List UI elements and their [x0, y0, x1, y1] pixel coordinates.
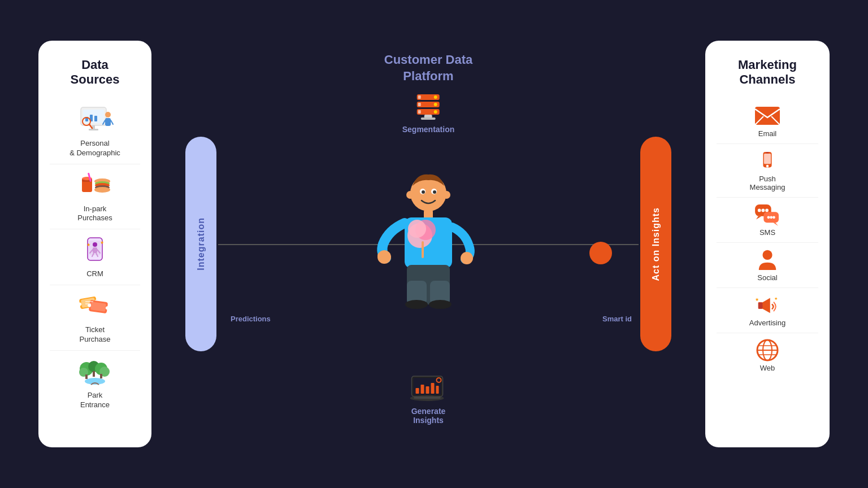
advertising-label: Advertising: [749, 319, 785, 327]
channel-advertising: ★ ★ Advertising: [717, 288, 818, 333]
svg-point-56: [434, 103, 437, 106]
push-icon: [753, 150, 782, 172]
svg-point-109: [762, 250, 772, 260]
cdp-title: Customer DataPlatform: [384, 52, 472, 84]
svg-point-87: [408, 220, 426, 238]
svg-rect-98: [764, 154, 771, 164]
svg-point-24: [93, 242, 97, 247]
svg-point-99: [766, 165, 769, 168]
purchases-icon: [75, 170, 115, 201]
svg-point-70: [437, 378, 441, 382]
svg-rect-64: [416, 388, 419, 394]
main-container: DataSources: [38, 24, 830, 464]
svg-rect-110: [758, 302, 763, 308]
predictions-label: Predictions: [231, 315, 271, 323]
svg-point-74: [406, 191, 414, 199]
park-icon: [75, 356, 115, 387]
svg-point-21: [94, 187, 110, 193]
svg-point-92: [405, 300, 428, 309]
smartid-label: Smart id: [602, 315, 632, 323]
svg-point-7: [105, 112, 111, 117]
data-item-ticket: TicketPurchase: [50, 285, 140, 351]
web-label: Web: [760, 364, 775, 372]
svg-rect-61: [421, 117, 436, 120]
channel-sms: SMS: [717, 198, 818, 243]
svg-point-107: [770, 216, 772, 219]
orange-blob: [589, 242, 612, 264]
center-area: Customer DataPlatform Integration Act on…: [151, 41, 705, 447]
web-icon: [753, 339, 782, 361]
svg-rect-66: [426, 386, 429, 394]
data-sources-title: DataSources: [71, 58, 120, 88]
svg-text:★: ★: [100, 240, 104, 245]
svg-rect-47: [85, 374, 88, 379]
generate-insights-section: GenerateInsights: [407, 373, 450, 425]
svg-point-93: [429, 300, 452, 309]
svg-point-108: [772, 216, 775, 219]
email-icon: [753, 104, 782, 127]
svg-rect-49: [100, 374, 102, 378]
svg-point-103: [762, 208, 765, 212]
sms-icon: [753, 203, 782, 226]
svg-rect-6: [89, 129, 98, 130]
ticket-label: TicketPurchase: [80, 325, 111, 345]
svg-rect-67: [431, 383, 435, 394]
svg-point-102: [758, 208, 761, 212]
push-label: PushMessaging: [750, 175, 785, 191]
channel-push: PushMessaging: [717, 144, 818, 198]
data-item-personal: Personal& Demographic: [50, 99, 140, 164]
email-label: Email: [758, 129, 777, 138]
generate-insights-label: GenerateInsights: [411, 407, 446, 425]
svg-rect-25: [93, 247, 97, 253]
svg-point-75: [442, 191, 450, 199]
svg-point-78: [422, 190, 425, 194]
data-item-crm: ★ ★ CRM: [50, 229, 140, 285]
data-item-purchases: In-parkPurchases: [50, 164, 140, 230]
social-label: Social: [757, 273, 777, 282]
marketing-channels-card: MarketingChannels Email: [705, 41, 830, 447]
act-insights-pill: Act on Insights: [640, 137, 671, 351]
park-label: ParkEntrance: [80, 391, 110, 410]
svg-point-59: [434, 110, 437, 114]
segmentation-label: Segmentation: [402, 125, 455, 134]
crm-icon: ★ ★: [75, 235, 115, 266]
personal-label: Personal& Demographic: [70, 139, 120, 158]
data-item-park: ParkEntrance: [50, 351, 140, 416]
purchases-label: In-parkPurchases: [77, 204, 112, 224]
integration-label: Integration: [196, 217, 206, 271]
svg-rect-72: [414, 396, 441, 399]
advertising-icon: ★ ★: [753, 294, 782, 316]
crm-label: CRM: [86, 269, 103, 279]
svg-text:★: ★: [774, 297, 778, 300]
svg-rect-68: [436, 386, 439, 394]
channel-social: Social: [717, 243, 818, 288]
ticket-icon: [75, 291, 115, 322]
svg-rect-94: [755, 107, 780, 125]
act-insights-label: Act on Insights: [651, 207, 661, 281]
svg-point-104: [765, 208, 769, 212]
social-icon: [753, 249, 782, 271]
svg-rect-100: [766, 152, 769, 153]
sms-label: SMS: [760, 228, 775, 237]
svg-rect-55: [418, 103, 421, 106]
svg-rect-48: [93, 371, 95, 377]
svg-text:★: ★: [755, 297, 759, 302]
data-sources-card: DataSources: [38, 41, 151, 447]
personal-icon: [75, 104, 115, 136]
person-figure: [372, 162, 485, 326]
svg-point-84: [461, 252, 473, 264]
svg-rect-8: [105, 118, 111, 126]
svg-rect-88: [422, 241, 424, 258]
channel-web: Web: [717, 333, 818, 378]
svg-point-50: [85, 378, 105, 385]
svg-point-79: [433, 190, 436, 194]
svg-rect-65: [421, 385, 424, 394]
svg-point-53: [434, 95, 437, 99]
svg-line-10: [111, 120, 113, 124]
svg-point-106: [767, 216, 770, 219]
channel-email: Email: [717, 99, 818, 144]
svg-rect-58: [418, 110, 421, 114]
svg-text:★: ★: [86, 242, 90, 247]
integration-pill: Integration: [185, 137, 216, 351]
svg-rect-4: [94, 116, 97, 121]
